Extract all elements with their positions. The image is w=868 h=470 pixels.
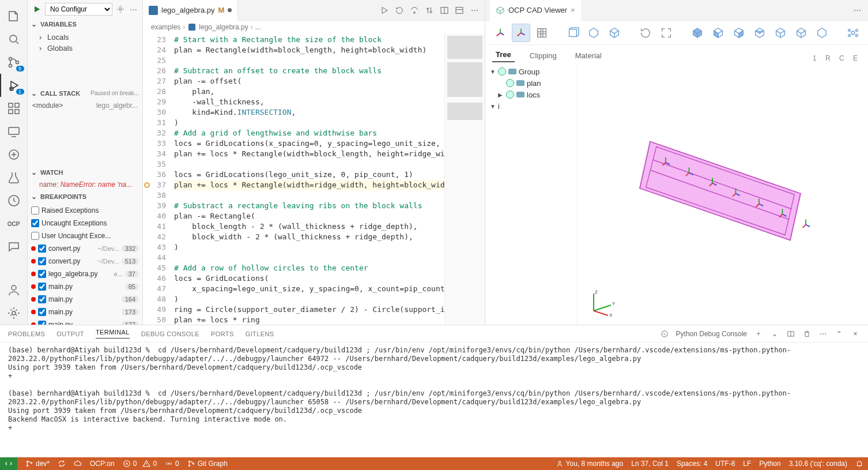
- wireframe-icon[interactable]: [605, 24, 624, 42]
- ocp-status[interactable]: OCP:on: [90, 460, 115, 468]
- variables-header[interactable]: ⌄VARIABLES: [28, 18, 142, 31]
- chevron-up-icon[interactable]: ⌃: [835, 329, 844, 339]
- debug-restart-icon[interactable]: [395, 6, 404, 15]
- notifications-icon[interactable]: [855, 460, 863, 468]
- layout-icon[interactable]: [455, 6, 464, 15]
- eol[interactable]: LF: [743, 460, 751, 468]
- gear-icon[interactable]: [116, 5, 125, 14]
- variable-scope[interactable]: ›Locals: [28, 32, 142, 43]
- python-interpreter[interactable]: 3.10.6 ('cq': conda): [789, 460, 847, 468]
- minimap[interactable]: [444, 33, 485, 325]
- split-icon[interactable]: [440, 6, 449, 15]
- breakpoint-row[interactable]: main.py173: [28, 306, 142, 318]
- breadcrumb[interactable]: examples› lego_algebra.py› ...: [143, 21, 485, 33]
- more-icon[interactable]: ⋯: [129, 5, 138, 14]
- terminal-profile-label[interactable]: Python Debug Console: [676, 330, 747, 338]
- ortho-icon[interactable]: [564, 24, 582, 42]
- tree-subtab[interactable]: Tree: [492, 48, 515, 62]
- git-blame[interactable]: You, 8 months ago: [556, 460, 624, 468]
- panel-tab[interactable]: GITLENS: [246, 330, 274, 337]
- ocp-viewport[interactable]: Z Y X: [578, 62, 868, 325]
- panel-tab[interactable]: OUTPUT: [56, 330, 84, 337]
- split-terminal-icon[interactable]: [786, 329, 795, 339]
- comment-icon[interactable]: [0, 235, 28, 258]
- breakpoint-row[interactable]: main.py164: [28, 293, 142, 306]
- close-tab-icon[interactable]: [228, 8, 232, 12]
- start-debug-icon[interactable]: [32, 5, 41, 14]
- more-icon[interactable]: ⋯: [470, 6, 479, 15]
- transparent-icon[interactable]: [584, 24, 603, 42]
- breakpoint-row[interactable]: convert.py~/Dev...332: [28, 242, 142, 255]
- panel-tab[interactable]: PROBLEMS: [8, 330, 45, 337]
- extensions-icon[interactable]: [0, 97, 28, 120]
- files-icon[interactable]: [0, 5, 28, 28]
- remote-explorer-icon[interactable]: [0, 120, 28, 143]
- tree-item[interactable]: ▼i: [490, 100, 572, 112]
- step-over-icon[interactable]: [410, 6, 419, 15]
- variable-scope[interactable]: ›Globals: [28, 43, 142, 54]
- cloud-icon[interactable]: [74, 460, 82, 468]
- right-view-icon[interactable]: [730, 24, 748, 42]
- breakpoint-row[interactable]: main.py85: [28, 280, 142, 293]
- clipping-subtab[interactable]: Clipping: [526, 49, 560, 62]
- axis-world-icon[interactable]: [491, 24, 510, 42]
- fit-icon[interactable]: [657, 24, 675, 42]
- breakpoint-row[interactable]: main.py177: [28, 318, 142, 325]
- reset-icon[interactable]: [636, 24, 655, 42]
- debug-config-select[interactable]: No Configur: [45, 3, 112, 16]
- tree-item[interactable]: ▼Group: [490, 66, 572, 77]
- search-icon[interactable]: [0, 28, 28, 51]
- explode-icon[interactable]: [844, 24, 862, 42]
- trash-icon[interactable]: [802, 329, 812, 339]
- tree-item[interactable]: ▶locs: [490, 89, 572, 100]
- code-editor[interactable]: 2324252627282930313233343536373839404142…: [143, 33, 485, 325]
- panel-tab[interactable]: TERMINAL: [96, 329, 130, 339]
- grid-icon[interactable]: [533, 24, 551, 42]
- iso-view-icon[interactable]: [688, 24, 707, 42]
- problems-status[interactable]: 0 0: [123, 460, 157, 468]
- top-view-icon[interactable]: [750, 24, 769, 42]
- watch-header[interactable]: ⌄WATCH: [28, 166, 142, 178]
- encoding[interactable]: UTF-8: [715, 460, 735, 468]
- breakpoints-header[interactable]: ⌄BREAKPOINTS: [28, 191, 142, 203]
- close-panel-icon[interactable]: ×: [851, 329, 860, 339]
- chevron-down-icon[interactable]: ⌄: [770, 329, 779, 339]
- callstack-header[interactable]: ⌄CALL STACKPaused on break...: [28, 87, 142, 99]
- run-icon[interactable]: [380, 6, 389, 15]
- docker-icon[interactable]: [0, 143, 28, 166]
- ocp-icon[interactable]: OCP: [0, 212, 28, 235]
- material-subtab[interactable]: Material: [572, 49, 605, 62]
- tree-item[interactable]: plan: [490, 77, 572, 89]
- exception-breakpoint[interactable]: User Uncaught Exce...: [28, 230, 142, 242]
- diff-icon[interactable]: [425, 6, 434, 15]
- back-view-icon[interactable]: [771, 24, 790, 42]
- terminal-output[interactable]: (base) bernhard@Atiyah build123d % cd /U…: [0, 343, 868, 457]
- indent[interactable]: Spaces: 4: [677, 460, 707, 468]
- exception-breakpoint[interactable]: Raised Exceptions: [28, 204, 142, 217]
- more-icon[interactable]: ⋯: [818, 329, 828, 339]
- panel-tab[interactable]: DEBUG CONSOLE: [141, 330, 199, 337]
- bottom-view-icon[interactable]: [813, 24, 831, 42]
- editor-tab[interactable]: lego_algebra.py M: [143, 0, 238, 21]
- language-mode[interactable]: Python: [759, 460, 780, 468]
- watch-item[interactable]: name: NameError: name 'na...: [28, 179, 142, 190]
- remote-indicator[interactable]: [0, 457, 17, 470]
- breakpoint-row[interactable]: convert.py~/Dev...513: [28, 255, 142, 268]
- test-icon[interactable]: [0, 166, 28, 189]
- account-icon[interactable]: [0, 279, 28, 302]
- close-icon[interactable]: ×: [571, 6, 575, 14]
- add-terminal-icon[interactable]: ＋: [754, 329, 763, 339]
- radio-status[interactable]: 0: [165, 460, 179, 468]
- breakpoint-row[interactable]: lego_algebra.pye...37: [28, 268, 142, 280]
- git-graph[interactable]: Git Graph: [187, 460, 228, 468]
- run-debug-icon[interactable]: 1: [0, 74, 28, 97]
- left-view-icon[interactable]: [792, 24, 810, 42]
- front-view-icon[interactable]: [709, 24, 727, 42]
- source-control-icon[interactable]: 5: [0, 51, 28, 74]
- more-icon[interactable]: ⋯: [854, 6, 868, 14]
- exception-breakpoint[interactable]: Uncaught Exceptions: [28, 217, 142, 230]
- timeline-icon[interactable]: [0, 189, 28, 212]
- settings-gear-icon[interactable]: [0, 302, 28, 325]
- callstack-frame[interactable]: <module> lego_algebr...: [28, 100, 142, 111]
- panel-tab[interactable]: PORTS: [211, 330, 234, 337]
